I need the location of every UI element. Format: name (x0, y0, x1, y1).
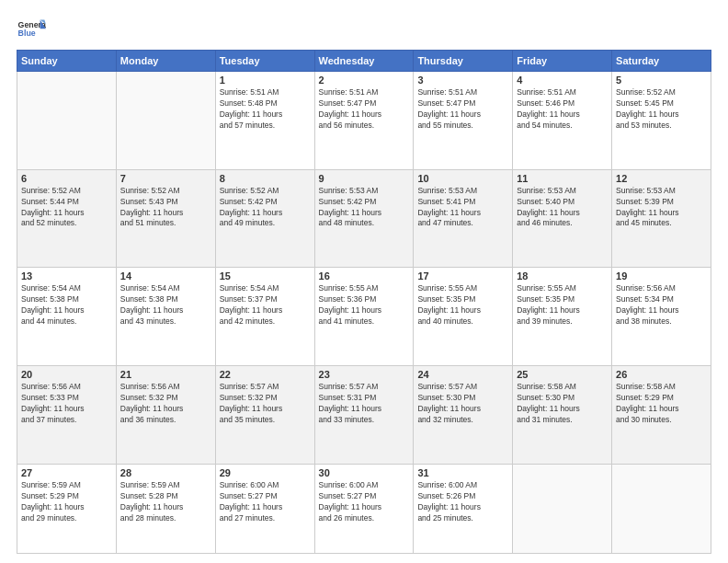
calendar-cell: 28Sunrise: 5:59 AM Sunset: 5:28 PM Dayli… (116, 464, 215, 553)
day-info: Sunrise: 5:52 AM Sunset: 5:42 PM Dayligh… (220, 186, 311, 230)
day-number: 31 (417, 467, 508, 478)
calendar-cell: 23Sunrise: 5:57 AM Sunset: 5:31 PM Dayli… (314, 366, 414, 465)
day-info: Sunrise: 5:55 AM Sunset: 5:35 PM Dayligh… (517, 283, 608, 327)
day-info: Sunrise: 5:51 AM Sunset: 5:48 PM Dayligh… (220, 87, 311, 132)
calendar-cell: 25Sunrise: 5:58 AM Sunset: 5:30 PM Dayli… (513, 366, 612, 465)
day-info: Sunrise: 5:57 AM Sunset: 5:31 PM Dayligh… (319, 382, 410, 426)
calendar-cell (116, 72, 215, 170)
day-number: 3 (417, 75, 508, 86)
calendar-cell: 31Sunrise: 6:00 AM Sunset: 5:26 PM Dayli… (414, 464, 513, 553)
week-row-2: 6Sunrise: 5:52 AM Sunset: 5:44 PM Daylig… (17, 169, 711, 268)
calendar-cell: 29Sunrise: 6:00 AM Sunset: 5:27 PM Dayli… (215, 464, 314, 553)
day-number: 15 (220, 270, 311, 282)
day-info: Sunrise: 6:00 AM Sunset: 5:26 PM Dayligh… (417, 480, 508, 524)
day-info: Sunrise: 5:59 AM Sunset: 5:29 PM Dayligh… (21, 480, 112, 524)
calendar-cell: 19Sunrise: 5:56 AM Sunset: 5:34 PM Dayli… (612, 268, 711, 366)
weekday-header-saturday: Saturday (612, 51, 711, 72)
day-number: 14 (120, 270, 211, 282)
weekday-header-sunday: Sunday (17, 51, 117, 72)
calendar-cell: 15Sunrise: 5:54 AM Sunset: 5:37 PM Dayli… (215, 268, 314, 366)
day-info: Sunrise: 5:57 AM Sunset: 5:30 PM Dayligh… (417, 382, 508, 426)
calendar-cell: 18Sunrise: 5:55 AM Sunset: 5:35 PM Dayli… (513, 268, 612, 366)
day-number: 1 (220, 75, 311, 86)
day-number: 22 (220, 369, 311, 380)
day-info: Sunrise: 5:52 AM Sunset: 5:44 PM Dayligh… (21, 186, 112, 230)
calendar-cell: 17Sunrise: 5:55 AM Sunset: 5:35 PM Dayli… (414, 268, 513, 366)
calendar-cell: 13Sunrise: 5:54 AM Sunset: 5:38 PM Dayli… (17, 268, 117, 366)
calendar-cell: 8Sunrise: 5:52 AM Sunset: 5:42 PM Daylig… (215, 169, 314, 268)
weekday-header-tuesday: Tuesday (215, 51, 314, 72)
day-info: Sunrise: 5:54 AM Sunset: 5:38 PM Dayligh… (21, 283, 112, 327)
calendar-cell: 30Sunrise: 6:00 AM Sunset: 5:27 PM Dayli… (314, 464, 414, 553)
calendar-cell: 9Sunrise: 5:53 AM Sunset: 5:42 PM Daylig… (314, 169, 414, 268)
day-info: Sunrise: 5:52 AM Sunset: 5:43 PM Dayligh… (120, 186, 211, 230)
day-info: Sunrise: 5:55 AM Sunset: 5:36 PM Dayligh… (319, 283, 410, 327)
calendar-cell (612, 464, 711, 553)
day-number: 5 (616, 75, 707, 86)
day-number: 25 (517, 369, 608, 380)
calendar-cell: 21Sunrise: 5:56 AM Sunset: 5:32 PM Dayli… (116, 366, 215, 465)
day-info: Sunrise: 6:00 AM Sunset: 5:27 PM Dayligh… (220, 480, 311, 524)
day-number: 16 (319, 270, 410, 282)
calendar-cell: 27Sunrise: 5:59 AM Sunset: 5:29 PM Dayli… (17, 464, 117, 553)
day-number: 29 (220, 467, 311, 478)
day-number: 21 (120, 369, 211, 380)
logo-icon: General Blue (17, 17, 46, 42)
day-info: Sunrise: 5:51 AM Sunset: 5:47 PM Dayligh… (417, 87, 508, 132)
day-info: Sunrise: 5:56 AM Sunset: 5:33 PM Dayligh… (21, 382, 112, 426)
day-info: Sunrise: 5:54 AM Sunset: 5:37 PM Dayligh… (220, 283, 311, 327)
calendar-cell: 10Sunrise: 5:53 AM Sunset: 5:41 PM Dayli… (414, 169, 513, 268)
day-info: Sunrise: 5:57 AM Sunset: 5:32 PM Dayligh… (220, 382, 311, 426)
day-number: 23 (319, 369, 410, 380)
calendar-cell: 11Sunrise: 5:53 AM Sunset: 5:40 PM Dayli… (513, 169, 612, 268)
day-number: 11 (517, 173, 608, 184)
day-number: 6 (21, 173, 112, 184)
day-info: Sunrise: 5:51 AM Sunset: 5:46 PM Dayligh… (517, 87, 608, 132)
day-info: Sunrise: 6:00 AM Sunset: 5:27 PM Dayligh… (319, 480, 410, 524)
day-number: 27 (21, 467, 112, 478)
day-number: 12 (616, 173, 707, 184)
day-number: 28 (120, 467, 211, 478)
week-row-1: 1Sunrise: 5:51 AM Sunset: 5:48 PM Daylig… (17, 72, 711, 170)
day-number: 8 (220, 173, 311, 184)
calendar-cell: 16Sunrise: 5:55 AM Sunset: 5:36 PM Dayli… (314, 268, 414, 366)
day-number: 13 (21, 270, 112, 282)
weekday-header-row: SundayMondayTuesdayWednesdayThursdayFrid… (17, 51, 711, 72)
weekday-header-thursday: Thursday (414, 51, 513, 72)
calendar-cell: 22Sunrise: 5:57 AM Sunset: 5:32 PM Dayli… (215, 366, 314, 465)
calendar-cell (513, 464, 612, 553)
day-info: Sunrise: 5:56 AM Sunset: 5:34 PM Dayligh… (616, 283, 707, 327)
day-info: Sunrise: 5:55 AM Sunset: 5:35 PM Dayligh… (417, 283, 508, 327)
day-number: 4 (517, 75, 608, 86)
page: General Blue SundayMondayTuesdayWednesda… (0, 0, 728, 563)
calendar-cell: 4Sunrise: 5:51 AM Sunset: 5:46 PM Daylig… (513, 72, 612, 170)
day-info: Sunrise: 5:53 AM Sunset: 5:42 PM Dayligh… (319, 186, 410, 230)
day-number: 7 (120, 173, 211, 184)
calendar-cell (17, 72, 117, 170)
calendar-cell: 26Sunrise: 5:58 AM Sunset: 5:29 PM Dayli… (612, 366, 711, 465)
day-info: Sunrise: 5:54 AM Sunset: 5:38 PM Dayligh… (120, 283, 211, 327)
day-number: 20 (21, 369, 112, 380)
day-info: Sunrise: 5:53 AM Sunset: 5:39 PM Dayligh… (616, 186, 707, 230)
header: General Blue (17, 17, 711, 42)
weekday-header-friday: Friday (513, 51, 612, 72)
day-number: 10 (417, 173, 508, 184)
day-info: Sunrise: 5:58 AM Sunset: 5:30 PM Dayligh… (517, 382, 608, 426)
day-info: Sunrise: 5:59 AM Sunset: 5:28 PM Dayligh… (120, 480, 211, 524)
calendar-cell: 24Sunrise: 5:57 AM Sunset: 5:30 PM Dayli… (414, 366, 513, 465)
day-number: 19 (616, 270, 707, 282)
day-info: Sunrise: 5:53 AM Sunset: 5:41 PM Dayligh… (417, 186, 508, 230)
calendar-cell: 2Sunrise: 5:51 AM Sunset: 5:47 PM Daylig… (314, 72, 414, 170)
svg-text:Blue: Blue (18, 29, 36, 38)
calendar-cell: 6Sunrise: 5:52 AM Sunset: 5:44 PM Daylig… (17, 169, 117, 268)
day-number: 24 (417, 369, 508, 380)
day-info: Sunrise: 5:58 AM Sunset: 5:29 PM Dayligh… (616, 382, 707, 426)
day-number: 26 (616, 369, 707, 380)
calendar-cell: 20Sunrise: 5:56 AM Sunset: 5:33 PM Dayli… (17, 366, 117, 465)
day-number: 30 (319, 467, 410, 478)
calendar-cell: 5Sunrise: 5:52 AM Sunset: 5:45 PM Daylig… (612, 72, 711, 170)
week-row-5: 27Sunrise: 5:59 AM Sunset: 5:29 PM Dayli… (17, 464, 711, 553)
day-info: Sunrise: 5:56 AM Sunset: 5:32 PM Dayligh… (120, 382, 211, 426)
calendar-cell: 7Sunrise: 5:52 AM Sunset: 5:43 PM Daylig… (116, 169, 215, 268)
calendar-table: SundayMondayTuesdayWednesdayThursdayFrid… (17, 50, 711, 554)
